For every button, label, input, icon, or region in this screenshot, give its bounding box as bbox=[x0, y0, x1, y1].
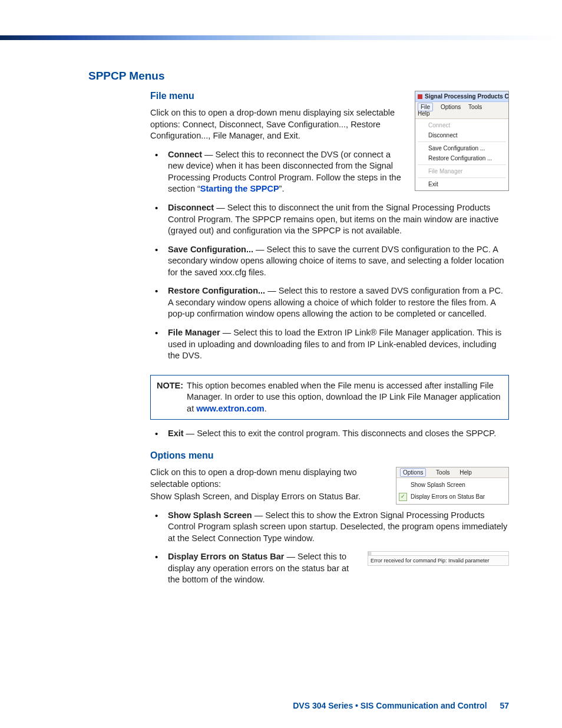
options-menu-intro-2: Show Splash Screen, and Display Errors o… bbox=[150, 491, 404, 503]
menu-item-label: Display Errors on Status Bar bbox=[411, 493, 485, 500]
term-display-errors: Display Errors on Status Bar bbox=[168, 552, 284, 561]
text: — Select this to disconnect the unit fro… bbox=[168, 203, 498, 235]
figure-options-menu: Options Tools Help ✓ Show Splash Screen … bbox=[396, 467, 509, 505]
menu-item-label: Show Splash Screen bbox=[411, 482, 465, 488]
figure-options-dropdown: ✓ Show Splash Screen ✓ Display Errors on… bbox=[396, 478, 508, 504]
file-menu-list-2: Exit — Select this to exit the control p… bbox=[150, 428, 509, 440]
file-menu-intro: Click on this to open a drop-down menu d… bbox=[150, 107, 404, 142]
text: — Select this to exit the control progra… bbox=[184, 429, 497, 438]
status-bar-text: Error received for command Pip: Invalid … bbox=[368, 555, 509, 566]
footer-text: DVS 304 Series • SIS Communication and C… bbox=[293, 701, 487, 710]
note-text: This option becomes enabled when the Fil… bbox=[187, 380, 503, 415]
page-footer: DVS 304 Series • SIS Communication and C… bbox=[293, 701, 509, 710]
menubar-tools[interactable]: Tools bbox=[468, 104, 482, 110]
options-menu-list: Show Splash Screen — Select this to show… bbox=[150, 510, 509, 586]
term-connect: Connect bbox=[168, 150, 202, 159]
note-label: NOTE: bbox=[157, 380, 183, 415]
link-starting-sppcp[interactable]: Starting the SPPCP bbox=[200, 184, 279, 193]
file-menu-list: Connect — Select this to reconnect the D… bbox=[150, 149, 509, 369]
menu-item[interactable]: ✓ Show Splash Screen bbox=[396, 479, 508, 491]
menubar-tools[interactable]: Tools bbox=[436, 469, 449, 476]
menubar-help[interactable]: Help bbox=[459, 469, 472, 476]
menubar-options[interactable]: Options bbox=[441, 104, 461, 110]
app-icon bbox=[418, 94, 422, 99]
text: ”. bbox=[279, 184, 285, 193]
list-item: Exit — Select this to exit the control p… bbox=[150, 428, 509, 440]
term-disconnect: Disconnect bbox=[168, 203, 214, 212]
list-item: Show Splash Screen — Select this to show… bbox=[150, 510, 509, 545]
text: . bbox=[265, 404, 267, 413]
term-exit: Exit bbox=[168, 429, 184, 438]
list-item: Save Configuration... — Select this to s… bbox=[150, 244, 509, 279]
link-extron[interactable]: www.extron.com bbox=[196, 404, 264, 413]
options-menu-intro-1: Click on this to open a drop-down menu d… bbox=[150, 467, 404, 490]
figure-menubar: Options Tools Help bbox=[396, 467, 508, 478]
menu-item: Connect bbox=[415, 120, 508, 130]
list-item: File Manager — Select this to load the E… bbox=[150, 327, 509, 362]
list-item: Error received for command Pip: Invalid … bbox=[150, 551, 509, 586]
menu-item[interactable]: Disconnect bbox=[415, 130, 508, 140]
list-item: Connect — Select this to reconnect the D… bbox=[150, 149, 509, 195]
list-item: Restore Configuration... — Select this t… bbox=[150, 285, 509, 320]
menu-item[interactable]: ✓ Display Errors on Status Bar bbox=[396, 491, 508, 503]
check-icon: ✓ bbox=[399, 493, 407, 501]
page-number: 57 bbox=[500, 701, 509, 710]
term-show-splash: Show Splash Screen bbox=[168, 510, 252, 520]
note-box: NOTE: This option becomes enabled when t… bbox=[150, 375, 509, 420]
options-menu-heading: Options menu bbox=[150, 450, 509, 461]
figure-status-bar: Error received for command Pip: Invalid … bbox=[368, 551, 509, 566]
section-heading: SPPCP Menus bbox=[88, 70, 509, 83]
menubar-help[interactable]: Help bbox=[418, 110, 430, 117]
term-file-manager: File Manager bbox=[168, 328, 220, 337]
figure-window-title-text: Signal Processing Products Con bbox=[425, 93, 508, 100]
term-save-config: Save Configuration... bbox=[168, 245, 253, 254]
menubar-options[interactable]: Options bbox=[400, 468, 426, 477]
term-restore-config: Restore Configuration... bbox=[168, 286, 265, 295]
figure-menubar: File Options Tools Help bbox=[415, 102, 508, 119]
list-item: Disconnect — Select this to disconnect t… bbox=[150, 202, 509, 237]
figure-window-title: Signal Processing Products Con bbox=[415, 91, 508, 102]
